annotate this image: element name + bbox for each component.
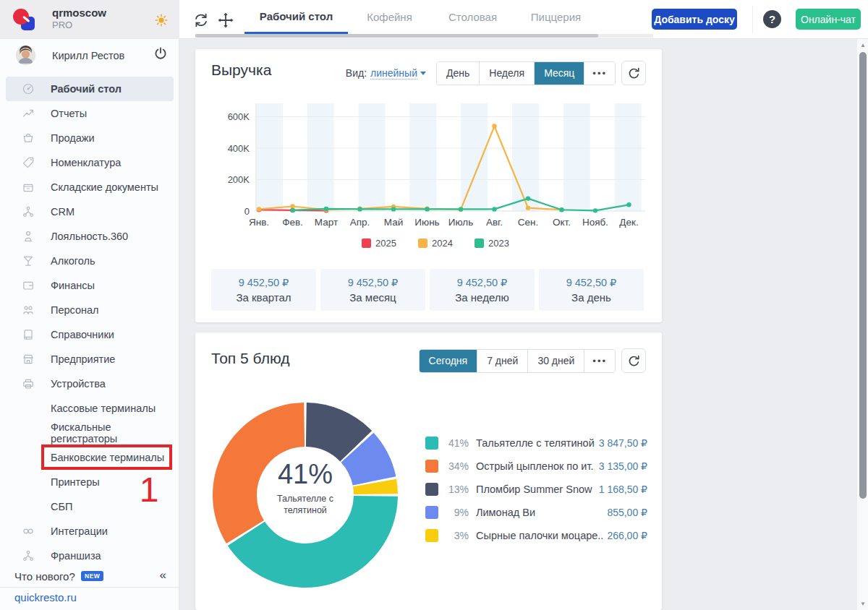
sidebar-item-label: Алкоголь xyxy=(51,255,95,267)
sidebar-item-10[interactable]: Справочники xyxy=(0,322,179,347)
svg-text:Март: Март xyxy=(315,217,338,228)
sidebar-item-label: Лояльность.360 xyxy=(51,231,128,242)
range-button-0[interactable]: День xyxy=(437,62,479,85)
tab-board-1[interactable]: Кофейня xyxy=(348,0,431,34)
sidebar-item-label: Франшиза xyxy=(51,550,101,562)
sidebar-item-9[interactable]: Персонал xyxy=(0,298,179,322)
range-button-1[interactable]: Неделя xyxy=(479,62,534,85)
scroll-up-icon[interactable]: ▲ xyxy=(857,42,868,48)
range-button-2[interactable]: Месяц xyxy=(534,62,584,85)
sidebar-item-label: Продажи xyxy=(51,132,95,144)
sidebar-item-3[interactable]: Номенклатура xyxy=(0,150,179,175)
franchise-icon xyxy=(22,549,35,562)
view-label: Вид: xyxy=(346,67,367,79)
svg-text:Июнь: Июнь xyxy=(414,217,439,228)
revenue-card-title: Выручка xyxy=(211,61,271,79)
sidebar: qrmoscow PRO Кирилл Рестов Рабочий столО… xyxy=(0,0,179,610)
org-name: qrmoscow xyxy=(52,7,106,19)
stat-label: За месяц xyxy=(349,291,396,304)
staff-icon xyxy=(22,304,35,317)
sidebar-item-4[interactable]: Складские документы xyxy=(0,175,179,199)
dish-legend: 41%Тальятелле с телятиной3 847,50 ₽34%Ос… xyxy=(425,436,647,551)
dish-legend-row: 3%Сырные палочки моцаре...266,00 ₽ xyxy=(425,528,647,543)
reports-icon xyxy=(22,107,35,120)
dish-percent: 34% xyxy=(438,460,469,472)
vertical-scrollbar-thumb[interactable] xyxy=(859,52,867,499)
dish-name: Острый цыпленок по ит... xyxy=(476,460,595,472)
sidebar-item-label: Устройства xyxy=(51,378,106,390)
user-avatar[interactable] xyxy=(16,46,35,65)
user-name: Кирилл Рестов xyxy=(52,50,124,61)
stat-label: За квартал xyxy=(236,291,291,304)
org-plan-badge: PRO xyxy=(52,20,72,30)
add-board-button[interactable]: Добавить доску xyxy=(652,9,737,30)
sidebar-item-label: Отчеты xyxy=(51,108,87,119)
sidebar-item-label: Справочники xyxy=(51,329,114,340)
sidebar-item-6[interactable]: Лояльность.360 xyxy=(0,224,179,249)
chevron-down-icon xyxy=(420,72,426,75)
dish-legend-row: 9%Лимонад Ви855,00 ₽ xyxy=(425,505,647,520)
theme-sun-icon[interactable] xyxy=(155,14,168,27)
dish-percent: 13% xyxy=(438,484,469,495)
sidebar-item-label: Кассовые терминалы xyxy=(51,403,156,414)
dishes-refresh-button[interactable] xyxy=(621,348,646,373)
tabs-scrollbar-thumb[interactable] xyxy=(195,34,598,38)
tabs-scrollbar[interactable] xyxy=(195,34,653,38)
dish-value: 1 168,50 ₽ xyxy=(599,484,647,495)
view-value[interactable]: линейный xyxy=(370,67,417,80)
whats-new-link[interactable]: Что нового? xyxy=(14,570,75,583)
stat-value: 9 452,50 ₽ xyxy=(457,277,508,288)
sidebar-item-7[interactable]: Алкоголь xyxy=(0,249,179,273)
svg-text:600K: 600K xyxy=(228,111,250,122)
dish-percent: 9% xyxy=(438,507,469,518)
sidebar-item-label: Номенклатура xyxy=(51,157,121,168)
site-link[interactable]: quickresto.ru xyxy=(14,591,77,603)
dish-percent: 3% xyxy=(438,530,469,541)
range-button-1[interactable]: 7 дней xyxy=(477,350,527,372)
sidebar-item-14[interactable]: Фискальные регистраторы xyxy=(0,421,179,445)
dish-name: Сырные палочки моцаре... xyxy=(476,530,603,541)
revenue-refresh-button[interactable] xyxy=(621,61,646,85)
sidebar-item-19[interactable]: Франшиза xyxy=(0,544,179,568)
svg-text:Окт.: Окт. xyxy=(553,217,571,228)
vertical-scrollbar[interactable]: ▲ ▼ xyxy=(856,39,868,610)
dish-legend-row: 41%Тальятелле с телятиной3 847,50 ₽ xyxy=(425,436,647,450)
sidebar-item-18[interactable]: Интеграции xyxy=(0,519,179,544)
range-button-0[interactable]: Сегодня xyxy=(420,350,477,372)
help-icon[interactable]: ? xyxy=(763,10,781,28)
sidebar-item-0[interactable]: Рабочий стол xyxy=(6,77,174,101)
annotation-highlight-box xyxy=(41,444,172,470)
svg-text:Нояб.: Нояб. xyxy=(582,217,608,228)
sidebar-item-1[interactable]: Отчеты xyxy=(0,101,179,126)
collapse-sidebar-icon[interactable]: « xyxy=(160,568,166,583)
revenue-stat-box: 9 452,50 ₽За квартал xyxy=(211,269,316,311)
tab-board-2[interactable]: Столовая xyxy=(431,0,514,34)
sidebar-item-label: Рабочий стол xyxy=(51,83,122,95)
range-button-2[interactable]: 30 дней xyxy=(527,350,584,372)
sidebar-item-label: СБП xyxy=(51,501,72,512)
sidebar-item-11[interactable]: Предприятие xyxy=(0,347,179,371)
more-options-button[interactable]: ••• xyxy=(584,350,615,372)
revenue-line-chart: 0200K400K600KЯнв.Фев.МартАпр.МайИюньИюль… xyxy=(217,96,651,252)
move-board-icon[interactable] xyxy=(217,12,234,29)
logout-power-icon[interactable] xyxy=(153,46,168,61)
user-row: Кирилл Рестов xyxy=(0,40,179,71)
sidebar-item-13[interactable]: Кассовые терминалы xyxy=(0,396,179,421)
view-selector[interactable]: Вид:линейный xyxy=(346,66,426,80)
scroll-down-icon[interactable]: ▼ xyxy=(857,601,868,607)
devices-icon xyxy=(22,377,35,390)
refresh-boards-icon[interactable] xyxy=(192,12,210,29)
tab-board-3[interactable]: Пиццерия xyxy=(514,0,597,34)
sidebar-item-5[interactable]: CRM xyxy=(0,199,179,224)
online-chat-button[interactable]: Онлайн-чат xyxy=(796,9,861,30)
more-options-button[interactable]: ••• xyxy=(584,62,615,85)
sidebar-item-2[interactable]: Продажи xyxy=(0,126,179,150)
dish-color-swatch xyxy=(425,460,438,473)
whats-new-row: Что нового? NEW « xyxy=(0,568,179,587)
tab-board-0[interactable]: Рабочий стол xyxy=(244,0,348,34)
sidebar-item-label: Принтеры xyxy=(51,476,100,488)
sidebar-item-12[interactable]: Устройства xyxy=(0,371,179,396)
dish-legend-row: 34%Острый цыпленок по ит...3 135,00 ₽ xyxy=(425,459,647,473)
stat-value: 9 452,50 ₽ xyxy=(348,277,399,288)
sidebar-item-8[interactable]: Финансы xyxy=(0,273,179,298)
